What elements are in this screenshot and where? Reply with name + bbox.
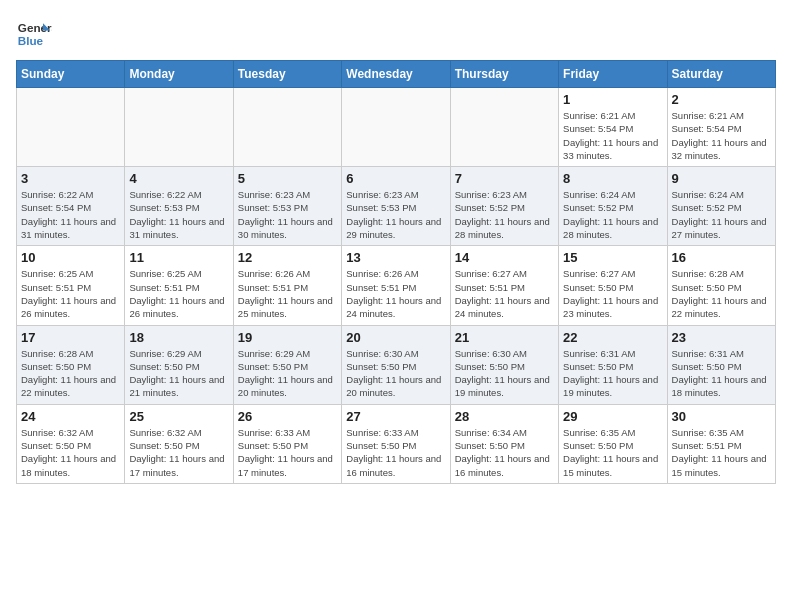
calendar-cell: 7Sunrise: 6:23 AM Sunset: 5:52 PM Daylig… [450,167,558,246]
calendar-cell [125,88,233,167]
calendar-cell: 24Sunrise: 6:32 AM Sunset: 5:50 PM Dayli… [17,404,125,483]
day-info: Sunrise: 6:28 AM Sunset: 5:50 PM Dayligh… [21,347,120,400]
day-info: Sunrise: 6:21 AM Sunset: 5:54 PM Dayligh… [672,109,771,162]
day-info: Sunrise: 6:27 AM Sunset: 5:50 PM Dayligh… [563,267,662,320]
calendar-cell: 25Sunrise: 6:32 AM Sunset: 5:50 PM Dayli… [125,404,233,483]
day-number: 26 [238,409,337,424]
calendar-cell: 20Sunrise: 6:30 AM Sunset: 5:50 PM Dayli… [342,325,450,404]
week-row-2: 3Sunrise: 6:22 AM Sunset: 5:54 PM Daylig… [17,167,776,246]
weekday-header-friday: Friday [559,61,667,88]
day-number: 6 [346,171,445,186]
day-info: Sunrise: 6:31 AM Sunset: 5:50 PM Dayligh… [563,347,662,400]
day-number: 10 [21,250,120,265]
day-number: 25 [129,409,228,424]
calendar-cell: 14Sunrise: 6:27 AM Sunset: 5:51 PM Dayli… [450,246,558,325]
day-number: 11 [129,250,228,265]
logo-icon: General Blue [16,16,52,52]
day-number: 21 [455,330,554,345]
calendar-cell [17,88,125,167]
day-number: 28 [455,409,554,424]
calendar-cell [233,88,341,167]
day-number: 7 [455,171,554,186]
day-number: 14 [455,250,554,265]
weekday-header-sunday: Sunday [17,61,125,88]
weekday-header-tuesday: Tuesday [233,61,341,88]
calendar-table: SundayMondayTuesdayWednesdayThursdayFrid… [16,60,776,484]
day-number: 23 [672,330,771,345]
day-number: 22 [563,330,662,345]
day-info: Sunrise: 6:35 AM Sunset: 5:51 PM Dayligh… [672,426,771,479]
week-row-5: 24Sunrise: 6:32 AM Sunset: 5:50 PM Dayli… [17,404,776,483]
calendar-cell: 27Sunrise: 6:33 AM Sunset: 5:50 PM Dayli… [342,404,450,483]
day-info: Sunrise: 6:25 AM Sunset: 5:51 PM Dayligh… [129,267,228,320]
weekday-header-row: SundayMondayTuesdayWednesdayThursdayFrid… [17,61,776,88]
calendar-cell: 2Sunrise: 6:21 AM Sunset: 5:54 PM Daylig… [667,88,775,167]
calendar-cell: 9Sunrise: 6:24 AM Sunset: 5:52 PM Daylig… [667,167,775,246]
day-info: Sunrise: 6:33 AM Sunset: 5:50 PM Dayligh… [238,426,337,479]
day-info: Sunrise: 6:22 AM Sunset: 5:54 PM Dayligh… [21,188,120,241]
day-number: 17 [21,330,120,345]
day-info: Sunrise: 6:26 AM Sunset: 5:51 PM Dayligh… [238,267,337,320]
day-number: 29 [563,409,662,424]
day-number: 1 [563,92,662,107]
day-info: Sunrise: 6:25 AM Sunset: 5:51 PM Dayligh… [21,267,120,320]
day-number: 3 [21,171,120,186]
calendar-cell: 8Sunrise: 6:24 AM Sunset: 5:52 PM Daylig… [559,167,667,246]
day-info: Sunrise: 6:32 AM Sunset: 5:50 PM Dayligh… [129,426,228,479]
calendar-cell: 13Sunrise: 6:26 AM Sunset: 5:51 PM Dayli… [342,246,450,325]
day-info: Sunrise: 6:23 AM Sunset: 5:53 PM Dayligh… [238,188,337,241]
svg-text:Blue: Blue [18,34,44,47]
calendar-cell: 15Sunrise: 6:27 AM Sunset: 5:50 PM Dayli… [559,246,667,325]
day-info: Sunrise: 6:24 AM Sunset: 5:52 PM Dayligh… [563,188,662,241]
day-number: 5 [238,171,337,186]
day-info: Sunrise: 6:22 AM Sunset: 5:53 PM Dayligh… [129,188,228,241]
day-number: 9 [672,171,771,186]
calendar-cell: 1Sunrise: 6:21 AM Sunset: 5:54 PM Daylig… [559,88,667,167]
day-info: Sunrise: 6:21 AM Sunset: 5:54 PM Dayligh… [563,109,662,162]
calendar-cell: 17Sunrise: 6:28 AM Sunset: 5:50 PM Dayli… [17,325,125,404]
day-number: 18 [129,330,228,345]
day-info: Sunrise: 6:31 AM Sunset: 5:50 PM Dayligh… [672,347,771,400]
calendar-cell [342,88,450,167]
calendar-cell: 29Sunrise: 6:35 AM Sunset: 5:50 PM Dayli… [559,404,667,483]
day-info: Sunrise: 6:29 AM Sunset: 5:50 PM Dayligh… [238,347,337,400]
calendar-cell: 5Sunrise: 6:23 AM Sunset: 5:53 PM Daylig… [233,167,341,246]
day-number: 27 [346,409,445,424]
calendar-cell: 30Sunrise: 6:35 AM Sunset: 5:51 PM Dayli… [667,404,775,483]
calendar-cell: 4Sunrise: 6:22 AM Sunset: 5:53 PM Daylig… [125,167,233,246]
day-number: 8 [563,171,662,186]
weekday-header-wednesday: Wednesday [342,61,450,88]
week-row-3: 10Sunrise: 6:25 AM Sunset: 5:51 PM Dayli… [17,246,776,325]
day-number: 12 [238,250,337,265]
day-info: Sunrise: 6:34 AM Sunset: 5:50 PM Dayligh… [455,426,554,479]
day-number: 19 [238,330,337,345]
day-info: Sunrise: 6:30 AM Sunset: 5:50 PM Dayligh… [455,347,554,400]
day-info: Sunrise: 6:28 AM Sunset: 5:50 PM Dayligh… [672,267,771,320]
day-info: Sunrise: 6:23 AM Sunset: 5:53 PM Dayligh… [346,188,445,241]
page-header: General Blue [16,16,776,52]
day-info: Sunrise: 6:26 AM Sunset: 5:51 PM Dayligh… [346,267,445,320]
weekday-header-saturday: Saturday [667,61,775,88]
calendar-cell: 10Sunrise: 6:25 AM Sunset: 5:51 PM Dayli… [17,246,125,325]
day-number: 13 [346,250,445,265]
calendar-cell: 11Sunrise: 6:25 AM Sunset: 5:51 PM Dayli… [125,246,233,325]
weekday-header-thursday: Thursday [450,61,558,88]
day-info: Sunrise: 6:30 AM Sunset: 5:50 PM Dayligh… [346,347,445,400]
day-number: 4 [129,171,228,186]
calendar-cell: 21Sunrise: 6:30 AM Sunset: 5:50 PM Dayli… [450,325,558,404]
day-info: Sunrise: 6:35 AM Sunset: 5:50 PM Dayligh… [563,426,662,479]
calendar-cell: 3Sunrise: 6:22 AM Sunset: 5:54 PM Daylig… [17,167,125,246]
calendar-cell: 12Sunrise: 6:26 AM Sunset: 5:51 PM Dayli… [233,246,341,325]
calendar-cell: 19Sunrise: 6:29 AM Sunset: 5:50 PM Dayli… [233,325,341,404]
day-info: Sunrise: 6:24 AM Sunset: 5:52 PM Dayligh… [672,188,771,241]
calendar-cell: 23Sunrise: 6:31 AM Sunset: 5:50 PM Dayli… [667,325,775,404]
day-info: Sunrise: 6:23 AM Sunset: 5:52 PM Dayligh… [455,188,554,241]
calendar-cell: 22Sunrise: 6:31 AM Sunset: 5:50 PM Dayli… [559,325,667,404]
weekday-header-monday: Monday [125,61,233,88]
day-info: Sunrise: 6:33 AM Sunset: 5:50 PM Dayligh… [346,426,445,479]
calendar-cell: 18Sunrise: 6:29 AM Sunset: 5:50 PM Dayli… [125,325,233,404]
calendar-cell: 28Sunrise: 6:34 AM Sunset: 5:50 PM Dayli… [450,404,558,483]
week-row-4: 17Sunrise: 6:28 AM Sunset: 5:50 PM Dayli… [17,325,776,404]
calendar-cell: 6Sunrise: 6:23 AM Sunset: 5:53 PM Daylig… [342,167,450,246]
day-number: 2 [672,92,771,107]
